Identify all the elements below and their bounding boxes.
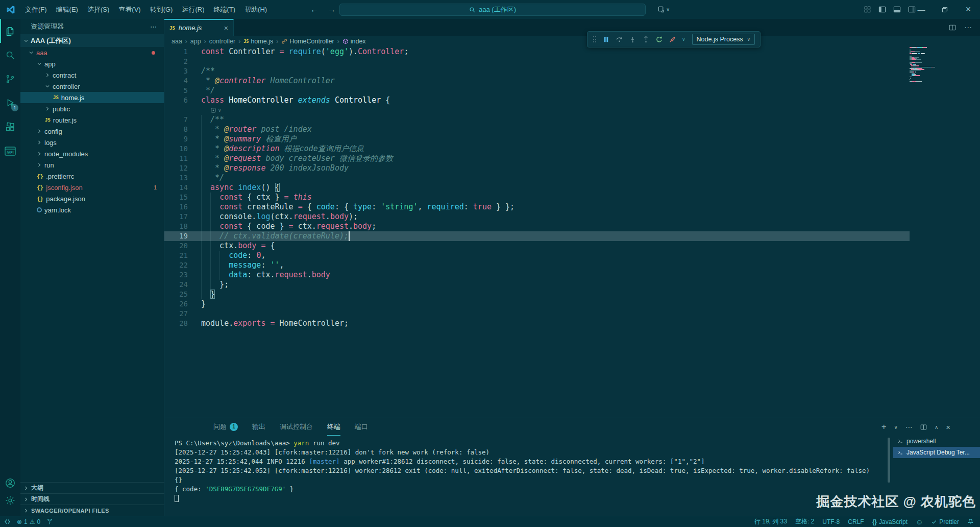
line-number[interactable]: 25	[164, 290, 201, 299]
inline-widget[interactable]: ∨	[164, 105, 909, 115]
line-number[interactable]: 14	[164, 183, 201, 193]
problems-status[interactable]: ⊗1⚠0	[17, 518, 40, 525]
code-line-8[interactable]: 8 * @router post /index	[164, 125, 909, 134]
line-number[interactable]: 16	[164, 202, 201, 212]
code-line-27[interactable]: 27	[164, 309, 909, 319]
menu-item-H[interactable]: 帮助(H)	[240, 0, 272, 19]
breadcrumb-item-index[interactable]: index	[342, 38, 366, 45]
code-line-10[interactable]: 10 * @description 根据code查询用户信息	[164, 144, 909, 154]
status-CRLF[interactable]: CRLF	[848, 518, 864, 525]
code-line-26[interactable]: 26}	[164, 299, 909, 309]
status---19----33[interactable]: 行 19, 列 33	[754, 517, 787, 526]
line-number[interactable]: 5	[164, 86, 201, 95]
close-window-button[interactable]: ×	[957, 0, 980, 19]
toggle-sidebar-icon[interactable]	[878, 6, 886, 13]
line-number[interactable]: 8	[164, 125, 201, 134]
line-number[interactable]: 12	[164, 163, 201, 173]
new-terminal-icon[interactable]: +	[881, 422, 887, 432]
line-number[interactable]: 9	[164, 134, 201, 144]
debug-step-into-icon[interactable]	[629, 36, 636, 43]
terminal-output[interactable]: PS C:\Users\syz\Downloads\aaa> yarn run …	[164, 436, 893, 516]
status-bell[interactable]	[967, 518, 974, 525]
breadcrumb-item-HomeController[interactable]: HomeController	[281, 38, 334, 45]
split-editor-icon[interactable]	[949, 24, 956, 31]
chevron-down-icon[interactable]: ∨	[218, 108, 222, 113]
code-line-7[interactable]: 7 /**	[164, 115, 909, 125]
status-feedback[interactable]: ☺	[916, 518, 923, 526]
restore-button[interactable]	[933, 0, 957, 19]
line-number[interactable]: 11	[164, 154, 201, 163]
line-number[interactable]: 3	[164, 66, 201, 76]
line-number[interactable]: 1	[164, 47, 201, 57]
tree-item-.prettierrc[interactable]: {}.prettierrc	[20, 171, 164, 182]
tree-item-controller[interactable]: controller	[20, 81, 164, 92]
debug-disconnect-icon[interactable]	[669, 36, 676, 43]
close-panel-icon[interactable]: ×	[946, 423, 950, 432]
egg-doc-widget-icon[interactable]	[210, 107, 216, 113]
maximize-panel-icon[interactable]: ∧	[935, 424, 938, 430]
activity-search[interactable]	[0, 43, 20, 67]
code-line-28[interactable]: 28module.exports = HomeController;	[164, 319, 909, 328]
code-line-15[interactable]: 15 const { ctx } = this	[164, 193, 909, 202]
debug-restart-icon[interactable]	[655, 36, 663, 43]
line-number[interactable]: 13	[164, 173, 201, 183]
toolbar-drag-handle-icon[interactable]	[593, 36, 597, 43]
line-number[interactable]: 19	[164, 231, 201, 241]
tree-item-aaa[interactable]: aaa	[20, 47, 164, 58]
breadcrumb-item-app[interactable]: app	[190, 38, 201, 45]
terminal-instance-JavaScript-Debug-Ter---[interactable]: JavaScript Debug Ter...	[893, 447, 980, 458]
line-number[interactable]: 15	[164, 193, 201, 202]
nav-back-icon[interactable]: ←	[310, 0, 318, 19]
remote-indicator-icon[interactable]	[4, 518, 11, 525]
code-line-2[interactable]: 2	[164, 57, 909, 66]
breadcrumb-item-home.js[interactable]: JShome.js	[243, 38, 273, 45]
code-line-18[interactable]: 18 const { code } = ctx.request.body;	[164, 222, 909, 231]
tree-item-router.js[interactable]: JSrouter.js	[20, 114, 164, 126]
workspace-section-header[interactable]: AAA (工作区)	[20, 34, 164, 47]
section-SWAGGER-OPENAPI-FILES[interactable]: SWAGGER/OPENAPI FILES	[20, 505, 164, 516]
debug-step-out-icon[interactable]	[642, 36, 650, 43]
line-number[interactable]: 7	[164, 115, 201, 125]
panel-tab-调试控制台[interactable]: 调试控制台	[280, 418, 313, 436]
menu-item-S[interactable]: 选择(S)	[83, 0, 114, 19]
line-number[interactable]: 18	[164, 222, 201, 231]
status-Prettier[interactable]: Prettier	[931, 518, 959, 525]
code-line-3[interactable]: 3/**	[164, 66, 909, 76]
panel-tab-问题[interactable]: 问题1	[213, 418, 238, 436]
menu-item-F[interactable]: 文件(F)	[20, 0, 52, 19]
activity-source-control[interactable]	[0, 67, 20, 91]
editor-more-actions-icon[interactable]: ⋯	[964, 23, 972, 32]
line-number[interactable]: 17	[164, 212, 201, 222]
activity-run-and-debug[interactable]: 1	[0, 91, 20, 115]
section---[interactable]: 大纲	[20, 482, 164, 493]
line-number[interactable]: 4	[164, 76, 201, 86]
debug-step-over-icon[interactable]	[616, 36, 623, 43]
code-line-9[interactable]: 9 * @summary 检查用户	[164, 134, 909, 144]
minimap[interactable]	[910, 47, 942, 82]
section----[interactable]: 时间线	[20, 493, 164, 505]
tree-item-app[interactable]: app	[20, 58, 164, 69]
tab-home-js[interactable]: JS home.js ×	[164, 19, 234, 36]
line-number[interactable]: 21	[164, 251, 201, 260]
customize-layout-icon[interactable]	[864, 6, 871, 13]
explorer-more-actions-icon[interactable]: ⋯	[150, 23, 157, 31]
menu-item-E[interactable]: 编辑(E)	[52, 0, 83, 19]
launch-profile-icon[interactable]: ∨	[657, 0, 670, 19]
activity-gear[interactable]	[0, 490, 20, 511]
tree-item-logs[interactable]: logs	[20, 137, 164, 148]
code-line-24[interactable]: 24 };	[164, 280, 909, 290]
menu-item-T[interactable]: 终端(T)	[209, 0, 240, 19]
tree-item-yarn.lock[interactable]: yarn.lock	[20, 204, 164, 215]
terminal-scrollbar[interactable]	[888, 438, 890, 483]
line-number[interactable]: 6	[164, 95, 201, 105]
line-number[interactable]: 23	[164, 270, 201, 280]
panel-more-actions-icon[interactable]: ⋯	[905, 423, 913, 431]
minimize-button[interactable]: —	[910, 0, 933, 19]
code-line-19[interactable]: 19 // ctx.validate(createRule);	[164, 231, 909, 241]
menu-item-R[interactable]: 运行(R)	[177, 0, 209, 19]
line-number[interactable]: 22	[164, 260, 201, 270]
code-line-21[interactable]: 21 code: 0,	[164, 251, 909, 260]
broadcast-icon[interactable]	[46, 518, 53, 525]
code-line-5[interactable]: 5 */	[164, 86, 909, 95]
tree-item-jsconfig.json[interactable]: {}jsconfig.json1	[20, 182, 164, 193]
